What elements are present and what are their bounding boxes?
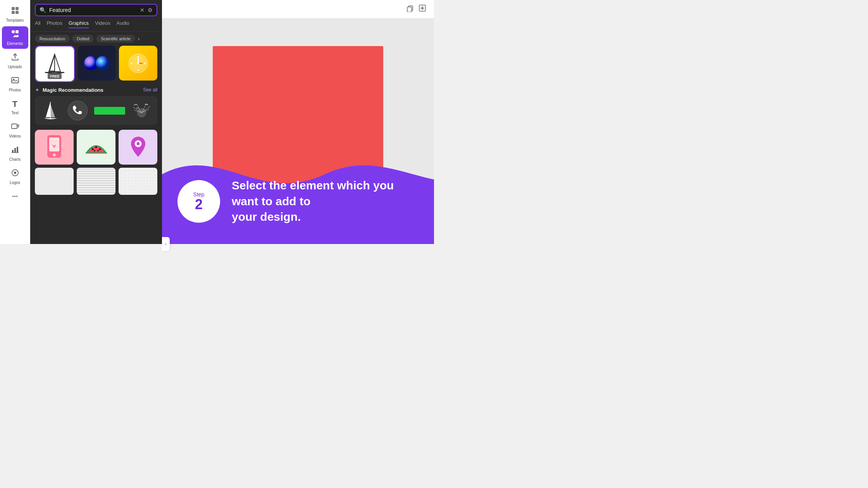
texture-item-2[interactable] <box>77 168 115 195</box>
canvas-red-element <box>213 46 383 205</box>
search-input[interactable] <box>49 7 137 13</box>
elements-icon <box>11 29 19 40</box>
svg-point-27 <box>137 62 139 64</box>
templates-icon <box>11 6 19 17</box>
second-grid-row <box>35 130 157 165</box>
svg-point-43 <box>95 146 97 148</box>
see-all-button[interactable]: See all <box>143 87 157 93</box>
svg-point-30 <box>131 62 132 64</box>
texture-row <box>35 168 157 195</box>
svg-marker-18 <box>50 55 55 71</box>
sidebar-item-videos[interactable]: Videos <box>2 119 28 141</box>
item-more-icon[interactable]: ··· <box>67 49 72 55</box>
add-page-label[interactable]: + Add page <box>286 208 310 213</box>
sidebar-item-text[interactable]: T Text <box>2 96 28 118</box>
svg-rect-1 <box>16 7 19 10</box>
sidebar-item-logos[interactable]: Logos <box>2 165 28 188</box>
tag-dotted[interactable]: Dotted <box>72 35 94 43</box>
search-icon: 🔍 <box>40 7 46 13</box>
sidebar-item-elements[interactable]: Elements <box>2 26 28 49</box>
add-page-icon[interactable] <box>418 4 426 14</box>
search-filter-button[interactable]: ⚙ <box>148 7 153 13</box>
featured-item-boat[interactable]: ··· FREE <box>35 46 75 82</box>
panel-collapse-button[interactable]: ‹ <box>162 237 170 244</box>
grid-item-location-purple[interactable] <box>119 130 157 165</box>
svg-point-49 <box>136 142 140 145</box>
magic-star-icon: ✦ <box>35 87 40 93</box>
canvas-wrapper: + Add page <box>162 19 434 244</box>
svg-marker-33 <box>50 104 55 117</box>
tag-resuscitation[interactable]: Resuscitation <box>35 35 70 43</box>
texture-item-3[interactable] <box>119 168 157 195</box>
svg-rect-8 <box>12 77 19 83</box>
canvas-area: + Add page Step 2 Select the element whi… <box>162 0 434 244</box>
rec-item-green-bar[interactable] <box>94 107 125 115</box>
featured-item-clock[interactable] <box>119 46 157 82</box>
svg-rect-5 <box>16 30 19 33</box>
filter-tabs: All Photos Graphics Videos Audio <box>30 20 162 32</box>
elements-panel: 🔍 ✕ ⚙ All Photos Graphics Videos Audio R… <box>30 0 162 244</box>
charts-icon <box>11 145 19 156</box>
tab-videos[interactable]: Videos <box>95 20 110 28</box>
magic-recommendations-title: Magic Recommendations <box>43 87 103 93</box>
texture-item-1[interactable] <box>35 168 74 195</box>
logos-label: Logos <box>10 180 20 185</box>
svg-point-16 <box>14 172 16 174</box>
recommendations-row <box>35 96 157 125</box>
svg-point-29 <box>138 69 139 71</box>
sidebar-item-uploads[interactable]: Uploads <box>2 50 28 72</box>
tab-audio[interactable]: Audio <box>116 20 129 28</box>
more-icon: ••• <box>12 193 18 199</box>
videos-label: Videos <box>9 134 21 138</box>
grid-item-phone-pink[interactable] <box>35 130 74 165</box>
tab-all[interactable]: All <box>35 20 40 28</box>
svg-point-4 <box>12 30 15 33</box>
svg-rect-11 <box>12 150 14 153</box>
svg-rect-0 <box>12 7 15 10</box>
rec-item-sailboat[interactable] <box>40 100 61 121</box>
rec-item-birds[interactable] <box>131 103 152 119</box>
charts-label: Charts <box>9 157 21 162</box>
svg-point-7 <box>16 35 19 37</box>
photos-icon <box>11 76 19 86</box>
text-label: Text <box>11 111 18 115</box>
free-badge: FREE <box>48 74 62 79</box>
svg-point-40 <box>53 153 56 156</box>
grid-item-watermelon[interactable] <box>77 130 115 165</box>
canvas-footer[interactable]: + Add page <box>213 205 383 217</box>
magic-recommendations-header: ✦ Magic Recommendations See all <box>35 87 157 93</box>
svg-point-28 <box>138 56 139 57</box>
svg-rect-41 <box>50 139 59 145</box>
tab-photos[interactable]: Photos <box>46 20 62 28</box>
tag-scientific[interactable]: Scientific article <box>96 35 135 43</box>
videos-icon <box>11 122 19 132</box>
copy-to-clipboard-icon[interactable] <box>406 4 414 14</box>
design-canvas[interactable]: + Add page <box>213 46 383 217</box>
sidebar-nav: Templates Elements Uploads <box>0 0 30 244</box>
svg-point-22 <box>96 56 110 70</box>
svg-point-31 <box>144 62 146 64</box>
featured-item-spheres[interactable] <box>78 46 116 82</box>
tab-graphics[interactable]: Graphics <box>69 20 89 28</box>
tags-scroll-right-icon[interactable]: › <box>138 35 140 42</box>
svg-rect-36 <box>94 107 125 115</box>
sidebar-item-more[interactable]: ••• <box>2 189 28 203</box>
svg-rect-13 <box>17 147 18 153</box>
search-bar: 🔍 ✕ ⚙ <box>35 4 157 16</box>
sidebar-item-charts[interactable]: Charts <box>2 142 28 165</box>
photos-label: Photos <box>9 88 21 92</box>
svg-point-46 <box>97 150 99 151</box>
text-icon: T <box>12 99 17 109</box>
rec-item-telephone[interactable] <box>67 100 88 121</box>
tag-pills-row: Resuscitation Dotted Scientific article … <box>30 32 162 46</box>
logos-icon <box>11 168 19 179</box>
svg-rect-3 <box>16 11 19 14</box>
sidebar-item-photos[interactable]: Photos <box>2 73 28 95</box>
templates-label: Templates <box>6 18 24 22</box>
uploads-label: Uploads <box>8 65 22 69</box>
search-clear-button[interactable]: ✕ <box>140 7 145 13</box>
svg-point-42 <box>91 148 93 150</box>
uploads-icon <box>11 53 19 63</box>
svg-point-44 <box>99 148 101 150</box>
sidebar-item-templates[interactable]: Templates <box>2 3 28 26</box>
